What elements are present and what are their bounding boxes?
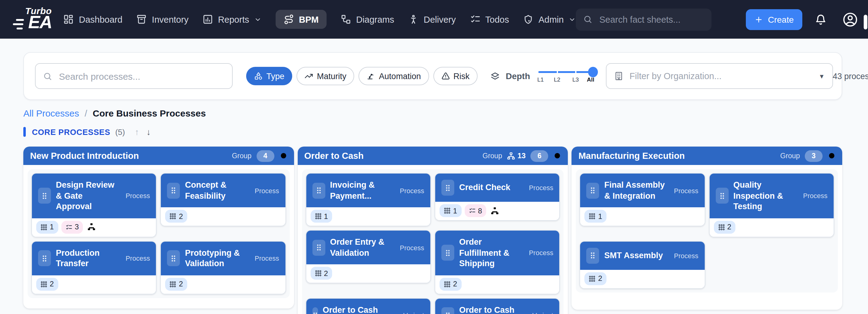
zoom-in-icon[interactable] bbox=[828, 151, 837, 161]
breadcrumb-separator: / bbox=[85, 108, 87, 118]
filter-pills: Type Maturity Automation Risk bbox=[246, 67, 477, 85]
scrollbar-thumb[interactable] bbox=[864, 15, 867, 29]
trending-up-icon bbox=[305, 72, 313, 80]
depth-slider-handle[interactable] bbox=[588, 67, 598, 77]
grid-dots-icon bbox=[589, 213, 596, 219]
drag-handle-icon[interactable] bbox=[167, 182, 180, 199]
nav-inventory[interactable]: Inventory bbox=[136, 14, 188, 25]
tile-drop-zone: Design Review & Gate ApprovalProcess13Co… bbox=[28, 169, 289, 298]
nav-delivery[interactable]: Delivery bbox=[408, 14, 456, 25]
tile-type-label: Process bbox=[672, 252, 699, 259]
global-search-input[interactable] bbox=[598, 14, 704, 25]
logo-speed-dash bbox=[13, 23, 23, 25]
app-logo[interactable]: Turbo EA bbox=[11, 4, 46, 35]
process-tile[interactable]: Final Assembly & IntegrationProcess1 bbox=[580, 173, 705, 226]
organization-placeholder: Filter by Organization... bbox=[629, 71, 812, 81]
tile-header: Prototyping & ValidationProcess bbox=[161, 241, 285, 275]
process-tile[interactable]: Design Review & Gate ApprovalProcess13 bbox=[31, 173, 157, 237]
process-tile[interactable]: Prototyping & ValidationProcess2 bbox=[160, 241, 286, 294]
drag-handle-icon[interactable] bbox=[441, 180, 454, 196]
notifications-bell-icon[interactable] bbox=[815, 13, 827, 26]
process-tile[interactable]: Credit CheckProcess18 bbox=[435, 173, 560, 221]
breadcrumb: All Processes / Core Business Processes bbox=[23, 108, 842, 118]
process-tile[interactable]: Concept & FeasibilityProcess2 bbox=[160, 173, 286, 226]
tile-title: Concept & Feasibility bbox=[185, 180, 247, 201]
tile-footer: 1 bbox=[580, 207, 705, 226]
bar-chart-icon bbox=[203, 14, 213, 25]
nav-label: Todos bbox=[485, 14, 509, 24]
user-account-icon[interactable] bbox=[842, 11, 858, 27]
group-count-badge: 4 bbox=[256, 150, 274, 162]
subprocess-count-badge: 1 bbox=[36, 220, 58, 233]
tile-footer: 18 bbox=[435, 202, 560, 220]
group-type-label: Group bbox=[780, 152, 800, 160]
group-header[interactable]: Order to CashGroup136 bbox=[298, 147, 568, 165]
drag-handle-icon[interactable] bbox=[38, 188, 51, 204]
depth-slider-track[interactable] bbox=[538, 71, 596, 73]
process-tile[interactable]: Invoicing & Payment...Process1 bbox=[305, 173, 431, 226]
drag-handle-icon[interactable] bbox=[587, 182, 599, 199]
nav-reports[interactable]: Reports bbox=[203, 14, 261, 25]
tile-header: Production TransferProcess bbox=[32, 241, 156, 275]
group-header[interactable]: Manufacturing ExecutionGroup3 bbox=[572, 147, 842, 165]
drag-handle-icon[interactable] bbox=[312, 240, 325, 255]
pill-label: Type bbox=[267, 71, 284, 81]
group-type-label: Group bbox=[232, 152, 251, 160]
nav-bpm[interactable]: BPM bbox=[276, 10, 327, 29]
tile-title: Order to Cash (Consumer/Smar... bbox=[322, 305, 396, 314]
process-tile[interactable]: Order to Cash (Consumer/Smar...Variant bbox=[305, 298, 431, 314]
nav-dashboard[interactable]: Dashboard bbox=[64, 14, 122, 25]
drag-handle-icon[interactable] bbox=[312, 308, 318, 314]
depth-slider[interactable]: L1 L2 L3 All bbox=[538, 66, 596, 86]
drag-handle-icon[interactable] bbox=[312, 182, 325, 199]
breadcrumb-current: Core Business Processes bbox=[93, 108, 206, 118]
group-count-badge: 6 bbox=[531, 150, 549, 162]
depth-level-labels: L1 L2 L3 All bbox=[538, 76, 596, 84]
tree-branch-icon bbox=[341, 14, 351, 25]
nav-todos[interactable]: Todos bbox=[470, 14, 509, 25]
filter-pill-maturity[interactable]: Maturity bbox=[297, 67, 354, 85]
drag-handle-icon[interactable] bbox=[167, 250, 180, 266]
drag-handle-icon[interactable] bbox=[587, 247, 599, 264]
bpm-page: Type Maturity Automation Risk Depth bbox=[0, 52, 868, 314]
filter-pill-type[interactable]: Type bbox=[246, 67, 292, 85]
process-tile[interactable]: Order to Cash (Industrial B2B)Variant bbox=[435, 298, 560, 314]
grid-dots-icon bbox=[718, 223, 725, 230]
search-icon bbox=[584, 15, 593, 24]
process-tile[interactable]: Order Entry & ValidationProcess2 bbox=[305, 230, 431, 283]
logo-speed-dash bbox=[17, 27, 23, 29]
section-title: CORE PROCESSES bbox=[32, 127, 110, 136]
create-button[interactable]: Create bbox=[746, 9, 802, 30]
zoom-in-icon[interactable] bbox=[553, 151, 563, 161]
subprocess-count-badge: 1 bbox=[439, 204, 461, 217]
process-search-input[interactable] bbox=[58, 70, 225, 82]
group-type-label: Group bbox=[483, 152, 502, 160]
sort-down-icon[interactable]: ↓ bbox=[146, 127, 151, 137]
process-tile[interactable]: Production TransferProcess2 bbox=[31, 241, 157, 294]
tile-type-label: Process bbox=[397, 187, 424, 194]
drag-handle-icon[interactable] bbox=[441, 245, 454, 261]
zoom-in-icon[interactable] bbox=[279, 151, 288, 161]
todo-count-badge: 8 bbox=[464, 204, 486, 217]
filter-pill-risk[interactable]: Risk bbox=[433, 67, 477, 85]
process-tile[interactable]: SMT AssemblyProcess2 bbox=[580, 241, 705, 288]
nav-admin[interactable]: Admin bbox=[523, 14, 576, 25]
organization-filter-select[interactable]: Filter by Organization... ▼ bbox=[606, 63, 833, 89]
drag-handle-icon[interactable] bbox=[715, 188, 728, 204]
building-icon bbox=[614, 71, 623, 81]
tile-type-label: Process bbox=[123, 192, 150, 200]
nav-diagrams[interactable]: Diagrams bbox=[341, 14, 394, 25]
breadcrumb-all-processes-link[interactable]: All Processes bbox=[23, 108, 79, 118]
process-tile[interactable]: Quality Inspection & TestingProcess2 bbox=[709, 173, 834, 237]
drag-handle-icon[interactable] bbox=[441, 308, 454, 314]
checklist-icon bbox=[470, 14, 480, 25]
sort-up-icon[interactable]: ↑ bbox=[135, 127, 139, 137]
process-tile[interactable]: Order Fulfillment & ShippingProcess2 bbox=[435, 230, 560, 294]
logo-text-ea: EA bbox=[28, 12, 52, 32]
group-header[interactable]: New Product IntroductionGroup4 bbox=[23, 147, 294, 165]
filter-pill-automation[interactable]: Automation bbox=[359, 67, 429, 85]
section-header: CORE PROCESSES (5) ↑ ↓ bbox=[23, 127, 842, 137]
drag-handle-icon[interactable] bbox=[38, 250, 51, 266]
checklist-icon bbox=[65, 223, 72, 230]
warning-triangle-icon bbox=[441, 72, 450, 80]
